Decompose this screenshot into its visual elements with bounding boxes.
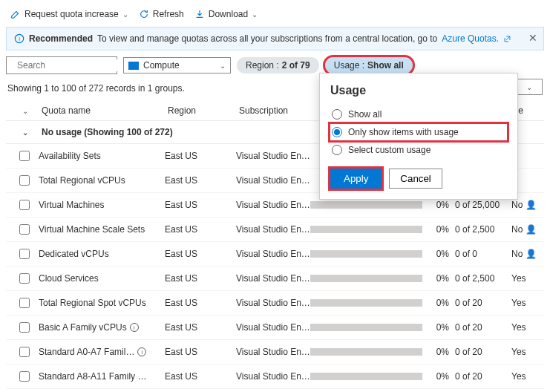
row-checkbox[interactable] bbox=[19, 322, 30, 333]
provider-label: Compute bbox=[143, 60, 180, 71]
cell-quota-name: Virtual Machine Scale Sets bbox=[39, 224, 165, 235]
row-checkbox[interactable] bbox=[19, 175, 30, 186]
cell-quota-name: Virtual Machines bbox=[39, 200, 165, 210]
usage-bar bbox=[310, 299, 422, 307]
cell-quota: 0 of 20 bbox=[455, 298, 511, 308]
external-link-icon bbox=[503, 35, 511, 43]
row-checkbox[interactable] bbox=[19, 249, 30, 259]
cell-quota: 0 of 20 bbox=[455, 371, 511, 382]
usage-bar bbox=[310, 275, 422, 282]
request-quota-button[interactable]: Request quota increase ⌄ bbox=[10, 9, 128, 19]
cell-adjustable: Yes bbox=[511, 273, 541, 284]
cell-region: East US bbox=[165, 175, 236, 186]
row-checkbox[interactable] bbox=[19, 200, 30, 210]
cell-quota-name: Availability Sets bbox=[39, 151, 165, 161]
cell-adjustable: Yes bbox=[511, 371, 541, 382]
column-options-dropdown[interactable]: ⌄ bbox=[516, 79, 543, 95]
cancel-button[interactable]: Cancel bbox=[389, 169, 442, 189]
cell-quota: 0 of 20 bbox=[455, 347, 511, 357]
header-quota-name[interactable]: Quota name bbox=[42, 105, 168, 116]
cell-quota-name: Total Regional Spot vCPUs bbox=[39, 298, 165, 308]
table-row[interactable]: Basic A Family vCPUs iEast USVisual Stud… bbox=[6, 316, 544, 340]
row-checkbox[interactable] bbox=[19, 224, 30, 235]
download-button[interactable]: Download ⌄ bbox=[194, 9, 258, 19]
refresh-button[interactable]: Refresh bbox=[139, 9, 184, 19]
apply-button[interactable]: Apply bbox=[330, 169, 382, 189]
info-icon[interactable]: i bbox=[130, 323, 139, 332]
table-row[interactable]: Standard D Family vC… iEast USVisual Stu… bbox=[6, 389, 544, 392]
chevron-down-icon: ⌄ bbox=[122, 10, 128, 19]
cell-subscription: Visual Studio En… bbox=[236, 347, 310, 357]
table-row[interactable]: Virtual Machine Scale SetsEast USVisual … bbox=[6, 218, 544, 242]
svg-text:i: i bbox=[19, 36, 20, 42]
cell-region: East US bbox=[165, 200, 236, 210]
cell-usage-percent: 0% bbox=[428, 224, 449, 235]
cell-quota: 0 of 0 bbox=[455, 249, 511, 259]
usage-option-custom[interactable]: Select custom usage bbox=[330, 140, 507, 160]
region-filter-label: Region : bbox=[246, 60, 279, 71]
option-label: Only show items with usage bbox=[348, 127, 459, 137]
cell-quota-name: Standard A0-A7 Famil… i bbox=[39, 347, 165, 357]
person-icon: 👤 bbox=[526, 200, 537, 210]
expand-all-toggle[interactable]: ⌄ bbox=[22, 107, 28, 115]
cell-usage-percent: 0% bbox=[428, 322, 449, 333]
usage-option-show-all[interactable]: Show all bbox=[330, 105, 507, 124]
info-icon[interactable]: i bbox=[137, 347, 146, 356]
cell-adjustable: No 👤 bbox=[511, 200, 541, 210]
cell-adjustable: No 👤 bbox=[511, 249, 541, 259]
cell-quota-name: Basic A Family vCPUs i bbox=[39, 322, 165, 333]
row-checkbox[interactable] bbox=[19, 371, 30, 382]
cell-adjustable: Yes bbox=[511, 322, 541, 333]
cell-subscription: Visual Studio En… bbox=[236, 273, 310, 284]
popover-title: Usage bbox=[330, 84, 507, 97]
radio-selected-icon bbox=[332, 127, 342, 137]
row-checkbox[interactable] bbox=[19, 347, 30, 357]
cell-usage-percent: 0% bbox=[428, 249, 449, 259]
cell-usage-percent: 0% bbox=[428, 347, 449, 357]
cell-subscription: Visual Studio En… bbox=[236, 322, 310, 333]
chevron-down-icon: ⌄ bbox=[22, 128, 28, 137]
row-checkbox[interactable] bbox=[19, 298, 30, 308]
cell-usage-percent: 0% bbox=[428, 200, 449, 210]
search-input-container[interactable] bbox=[6, 56, 117, 74]
download-label: Download bbox=[209, 9, 248, 19]
cell-subscription: Visual Studio En… bbox=[236, 224, 310, 235]
cell-quota-name: Total Regional vCPUs bbox=[39, 175, 165, 186]
group-label: No usage (Showing 100 of 272) bbox=[42, 127, 173, 137]
download-icon bbox=[194, 9, 205, 19]
usage-filter-pill[interactable]: Usage : Show all bbox=[325, 57, 413, 74]
person-icon: 👤 bbox=[526, 224, 537, 235]
usage-bar bbox=[310, 226, 422, 233]
request-quota-label: Request quota increase bbox=[24, 9, 119, 19]
region-filter-pill[interactable]: Region : 2 of 79 bbox=[237, 57, 319, 74]
chevron-down-icon: ⌄ bbox=[252, 10, 258, 19]
recommend-banner: i Recommended To view and manage quotas … bbox=[6, 27, 544, 50]
table-row[interactable]: Total Regional Spot vCPUsEast USVisual S… bbox=[6, 291, 544, 316]
cell-usage-percent: 0% bbox=[428, 298, 449, 308]
close-banner-button[interactable]: ✕ bbox=[528, 32, 537, 44]
header-region[interactable]: Region bbox=[168, 105, 239, 116]
recommend-label: Recommended bbox=[29, 33, 93, 44]
row-checkbox[interactable] bbox=[19, 273, 30, 284]
usage-filter-popover: Usage Show all Only show items with usag… bbox=[319, 73, 518, 200]
search-input[interactable] bbox=[16, 59, 130, 71]
cell-quota-name: Cloud Services bbox=[39, 273, 165, 284]
provider-dropdown[interactable]: Compute ⌄ bbox=[123, 57, 231, 74]
usage-bar bbox=[310, 324, 422, 331]
refresh-label: Refresh bbox=[153, 9, 184, 19]
usage-option-with-usage[interactable]: Only show items with usage bbox=[330, 124, 507, 140]
cell-region: East US bbox=[165, 249, 236, 259]
table-row[interactable]: Standard A0-A7 Famil… iEast USVisual Stu… bbox=[6, 340, 544, 365]
person-icon: 👤 bbox=[526, 249, 537, 259]
row-checkbox[interactable] bbox=[19, 151, 30, 161]
header-subscription[interactable]: Subscription bbox=[239, 105, 313, 116]
cell-region: East US bbox=[165, 347, 236, 357]
azure-quotas-link[interactable]: Azure Quotas. bbox=[442, 33, 499, 44]
table-row[interactable]: Standard A8-A11 Family …East USVisual St… bbox=[6, 365, 544, 389]
table-row[interactable]: Cloud ServicesEast USVisual Studio En…0%… bbox=[6, 267, 544, 291]
usage-bar bbox=[310, 201, 422, 209]
cell-usage-percent: 0% bbox=[428, 273, 449, 284]
cell-region: East US bbox=[165, 224, 236, 235]
table-row[interactable]: Dedicated vCPUsEast USVisual Studio En…0… bbox=[6, 242, 544, 267]
usage-bar bbox=[310, 373, 422, 380]
